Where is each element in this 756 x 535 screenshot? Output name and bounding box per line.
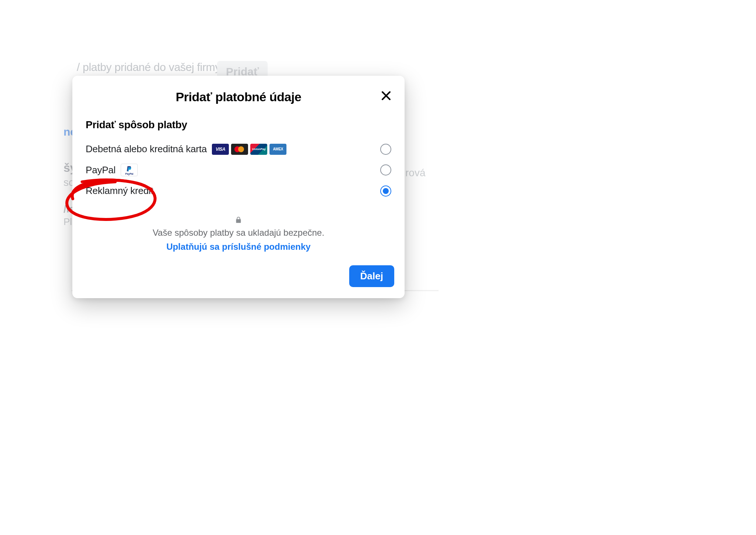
payment-option-label: Debetná alebo kreditná karta [86, 143, 207, 155]
payment-option-card[interactable]: Debetná alebo kreditná karta VISA UnionP… [86, 139, 391, 159]
radio-card[interactable] [380, 144, 391, 155]
payment-option-label: Reklamný kredit [86, 185, 153, 197]
payment-option-label: PayPal [86, 164, 116, 176]
close-button[interactable] [378, 88, 394, 105]
secure-info: Vaše spôsoby platby sa ukladajú bezpečne… [72, 216, 405, 252]
secure-text: Vaše spôsoby platby sa ukladajú bezpečne… [83, 228, 394, 238]
next-button[interactable]: Ďalej [349, 265, 394, 287]
lock-icon [83, 216, 394, 225]
payment-method-section: Pridať spôsob platby Debetná alebo kredi… [72, 111, 405, 201]
payment-option-paypal[interactable]: PayPal PayPal [86, 159, 391, 181]
card-brand-icons: VISA UnionPay AMEX [212, 144, 286, 155]
radio-paypal[interactable] [380, 164, 391, 176]
modal-footer: Ďalej [72, 252, 405, 287]
bg-text-line: / platby pridané do vašej firmy [77, 60, 220, 75]
unionpay-icon: UnionPay [250, 144, 267, 155]
payment-option-ad-credit[interactable]: Reklamný kredit [86, 181, 391, 201]
section-title: Pridať spôsob platby [86, 119, 391, 131]
visa-icon: VISA [212, 144, 229, 155]
close-icon [381, 90, 392, 103]
modal-header: Pridať platobné údaje [72, 76, 405, 111]
radio-ad-credit[interactable] [380, 185, 391, 197]
paypal-badge-wrap: PayPal [121, 164, 138, 176]
terms-link[interactable]: Uplatňujú sa príslušné podmienky [166, 242, 311, 252]
modal-title: Pridať platobné údaje [83, 90, 394, 104]
bg-rova-fragment: rová [405, 167, 425, 179]
mastercard-icon [231, 144, 248, 155]
paypal-icon: PayPal [121, 164, 138, 176]
add-payment-modal: Pridať platobné údaje Pridať spôsob plat… [72, 76, 405, 298]
amex-icon: AMEX [269, 144, 286, 155]
